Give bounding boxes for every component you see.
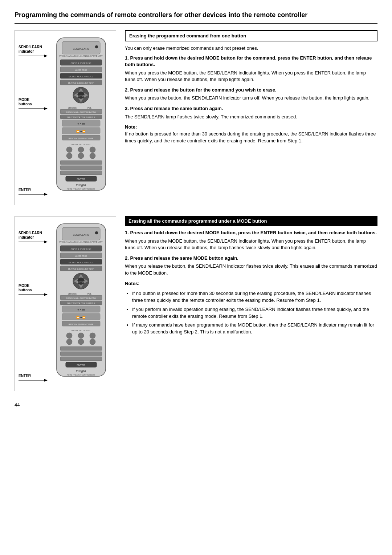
svg-point-41 [78, 147, 84, 153]
note-item-3: If many commands have been programmed to… [132, 322, 377, 336]
svg-text:MODE1  MODE2  MODE3: MODE1 MODE2 MODE3 [69, 262, 93, 264]
svg-text:MACRO    PROG: MACRO PROG [75, 69, 87, 71]
mode-label-1: MODE buttons [19, 98, 48, 112]
svg-rect-48 [60, 171, 102, 175]
svg-point-42 [90, 147, 95, 153]
step2-1-title: 1. Press and hold down the desired MODE … [125, 230, 377, 236]
svg-text:MACRO    PROG: MACRO PROG [75, 255, 87, 257]
svg-point-62 [95, 231, 98, 234]
svg-marker-58 [44, 379, 48, 382]
svg-point-43 [66, 153, 72, 159]
step1-3-body: The SEND/LEARN lamp flashes twice slowly… [125, 114, 377, 121]
note-label-1: Note: [125, 124, 137, 130]
svg-text:INPUT SELECTOR: INPUT SELECTOR [72, 143, 90, 146]
top-section: SEND/LEARN indicator MODE buttons ENTER [15, 30, 377, 205]
page-number: 44 [15, 402, 377, 408]
step2-1-body: When you press the MODE button, the SEND… [125, 238, 377, 252]
section2-header: Erasing all the commands programmed unde… [125, 216, 377, 226]
svg-marker-1 [44, 54, 48, 57]
svg-text:VOL: VOL [87, 107, 92, 109]
step1-2: 2. Press and release the button for the … [125, 87, 377, 102]
svg-text:INPUT SELECTOR: INPUT SELECTOR [72, 329, 90, 332]
step1-3-title: 3. Press and release the same button aga… [125, 105, 377, 112]
svg-text:Integra: Integra [76, 183, 86, 187]
section1-header: Erasing the programmed command from one … [125, 30, 377, 41]
svg-text:PROGRAMMABLE LEARNING CAPABILI: PROGRAMMABLE LEARNING CAPABILITY [59, 55, 103, 57]
svg-point-93 [66, 333, 72, 339]
svg-point-9 [95, 45, 98, 48]
svg-text:ENTER: ENTER [77, 364, 85, 366]
content-section-2: Erasing all the commands programmed unde… [125, 216, 377, 391]
svg-marker-54 [44, 240, 48, 243]
svg-text:PROGRAMMABLE LEARNING CAPABILI: PROGRAMMABLE LEARNING CAPABILITY [59, 241, 103, 243]
svg-rect-47 [60, 166, 102, 170]
step1-1-title: 1. Press and hold down the desired MODE … [125, 55, 377, 68]
mode-label-2: MODE buttons [19, 284, 48, 298]
svg-text:MUTING  SURROUND  TEST: MUTING SURROUND TEST [68, 268, 94, 270]
svg-point-45 [90, 153, 95, 159]
svg-text:⏮ ▶ ⏭: ⏮ ▶ ⏭ [77, 122, 85, 125]
section1-intro: You can only erase memorized commands an… [125, 45, 377, 52]
bottom-section: SEND/LEARN indicator MODE buttons ENTER … [15, 216, 377, 391]
remote-svg-2: SEND/LEARN PROGRAMMABLE LEARNING CAPABIL… [49, 220, 113, 384]
main-title: Programming the commands of remote contr… [15, 11, 377, 24]
remote-panel-1: SEND/LEARN indicator MODE buttons ENTER [15, 30, 116, 205]
svg-text:RANDOM  ⊞  OPEN/CLOSE: RANDOM ⊞ OPEN/CLOSE [69, 323, 94, 325]
content-section-1: Erasing the programmed command from one … [125, 30, 377, 205]
step1-1-body: When you press the MODE button, the SEND… [125, 70, 377, 84]
step1-2-title: 2. Press and release the button for the … [125, 87, 377, 93]
svg-text:ENTER: ENTER [77, 178, 85, 181]
svg-text:ENTER: ENTER [77, 281, 85, 283]
step2-2-title: 2. Press and release the same MODE butto… [125, 255, 377, 262]
svg-text:AUDIO  CANAL+  SUBTITLE  RATIN: AUDIO CANAL+ SUBTITLE RATING [66, 297, 96, 299]
svg-text:DISC: DISC [72, 293, 77, 295]
svg-rect-101 [60, 357, 102, 361]
svg-text:INPUT  TV/VCR  DVR  SUBTITLE: INPUT TV/VCR DVR SUBTITLE [67, 302, 95, 304]
svg-marker-3 [44, 107, 48, 110]
svg-text:HOME THEATER CONTROLLERS: HOME THEATER CONTROLLERS [67, 374, 95, 376]
svg-point-97 [78, 339, 84, 345]
section1-note: Note: If no button is pressed for more t… [125, 124, 377, 145]
step2-2: 2. Press and release the same MODE butto… [125, 255, 377, 277]
step1-2-body: When you press the button, the SEND/LEAR… [125, 95, 377, 102]
svg-rect-46 [60, 161, 102, 165]
send-learn-label-1: SEND/LEARN indicator [19, 45, 48, 59]
svg-point-44 [78, 153, 84, 159]
svg-text:Integra: Integra [76, 369, 86, 373]
section2-notes-list: If no button is pressed for more than 30… [125, 290, 377, 336]
svg-point-96 [66, 339, 72, 345]
section2-notes-label: Notes: [125, 280, 377, 287]
svg-text:CH: CH [68, 293, 71, 295]
note-item-1: If no button is pressed for more than 30… [132, 290, 377, 304]
step1-3: 3. Press and release the same button aga… [125, 105, 377, 120]
svg-text:DISC: DISC [72, 107, 77, 109]
svg-marker-5 [44, 193, 48, 196]
svg-text:AUDIO  CANAL+  SUBTITLE  RATIN: AUDIO CANAL+ SUBTITLE RATING [66, 111, 96, 113]
step2-1: 1. Press and hold down the desired MODE … [125, 230, 377, 251]
step2-2-body: When you release the button, the SEND/LE… [125, 263, 377, 277]
enter-label-1: ENTER [19, 188, 48, 198]
svg-text:⏪ ■ ⏩: ⏪ ■ ⏩ [76, 316, 86, 319]
svg-text:MODE1  MODE2  MODE3: MODE1 MODE2 MODE3 [69, 76, 93, 78]
svg-rect-99 [60, 347, 102, 351]
svg-rect-100 [60, 352, 102, 356]
step1-1: 1. Press and hold down the desired MODE … [125, 55, 377, 83]
svg-text:SEND/LEARN: SEND/LEARN [73, 48, 89, 50]
svg-text:⏪ ■ ⏩: ⏪ ■ ⏩ [76, 130, 86, 133]
svg-text:ENTER: ENTER [77, 95, 85, 97]
svg-point-94 [78, 333, 84, 339]
svg-text:VOL: VOL [87, 293, 92, 295]
svg-text:⏮ ▶ ⏭: ⏮ ▶ ⏭ [77, 308, 85, 311]
svg-point-40 [66, 147, 72, 153]
svg-text:HOME THEATER CONTROLLERS: HOME THEATER CONTROLLERS [67, 188, 95, 190]
svg-marker-56 [44, 293, 48, 296]
enter-label-2: ENTER [19, 374, 48, 384]
svg-text:SEND/LEARN: SEND/LEARN [73, 234, 89, 236]
svg-point-98 [90, 339, 95, 345]
svg-text:MUTING  SURROUND  TEST: MUTING SURROUND TEST [68, 82, 94, 84]
svg-text:ON   VCR   STOP   DISC: ON VCR STOP DISC [70, 62, 91, 64]
svg-text:ON   VCR   STOP   DISC: ON VCR STOP DISC [70, 248, 91, 250]
note-text-1: If no button is pressed for more than 30… [125, 131, 376, 143]
remote-panel-2: SEND/LEARN indicator MODE buttons ENTER … [15, 216, 116, 391]
remote-svg-1: SEND/LEARN PROGRAMMABLE LEARNING CAPABIL… [49, 34, 113, 198]
